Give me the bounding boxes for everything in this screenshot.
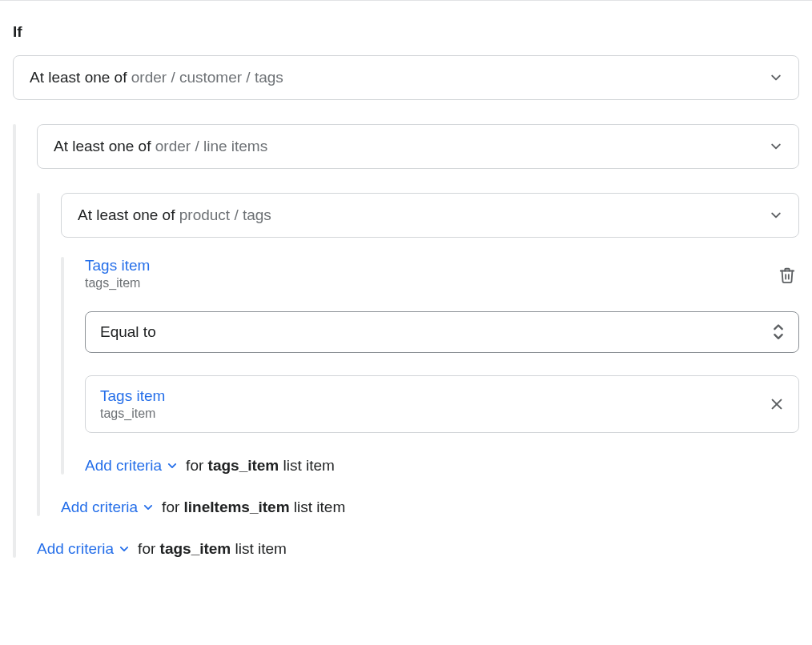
chevron-down-icon [143, 502, 154, 513]
delete-criteria-button[interactable] [778, 266, 796, 284]
add-criteria-button-level1[interactable]: Add criteria [37, 540, 130, 558]
criteria-value-card[interactable]: Tags item tags_item [85, 375, 799, 433]
chevron-down-icon [167, 460, 178, 471]
operator-select[interactable]: Equal to [85, 311, 799, 353]
add-criteria-line-level3: Add criteria for tags_item list item [85, 457, 799, 475]
criteria-block: Tags item tags_item [61, 257, 799, 475]
condition-row-level2[interactable]: At least one of order / line items [37, 124, 799, 169]
trash-icon [778, 266, 796, 284]
chevron-down-icon [770, 140, 782, 153]
add-criteria-button-level3[interactable]: Add criteria [85, 457, 178, 475]
indent-level1: At least one of order / line items At le… [13, 124, 799, 558]
add-criteria-button-level2[interactable]: Add criteria [61, 499, 154, 516]
indent-level2: At least one of product / tags Tags item… [37, 193, 799, 516]
criteria-field-code: tags_item [85, 276, 150, 290]
criteria-value-code: tags_item [100, 407, 165, 421]
add-criteria-for-level3: for tags_item list item [186, 457, 335, 475]
criteria-value-link[interactable]: Tags item [100, 387, 165, 405]
condition-row-level3-text: At least one of product / tags [78, 206, 271, 224]
add-criteria-for-level1: for tags_item list item [138, 540, 287, 558]
condition-row-level1-text: At least one of order / customer / tags [30, 69, 283, 86]
clear-value-button[interactable] [770, 397, 784, 411]
chevron-down-icon [770, 71, 782, 84]
condition-row-level2-text: At least one of order / line items [54, 138, 267, 155]
select-stepper-icon [773, 322, 784, 341]
chevron-down-icon [119, 543, 130, 555]
criteria-field-link[interactable]: Tags item [85, 257, 150, 274]
chevron-down-icon [770, 209, 782, 222]
operator-select-label: Equal to [100, 323, 156, 341]
add-criteria-line-level1: Add criteria for tags_item list item [37, 540, 799, 558]
close-icon [770, 397, 784, 411]
if-label: If [13, 23, 799, 41]
condition-row-level3[interactable]: At least one of product / tags [61, 193, 799, 238]
condition-row-level1[interactable]: At least one of order / customer / tags [13, 55, 799, 100]
add-criteria-for-level2: for lineItems_item list item [162, 499, 345, 516]
add-criteria-line-level2: Add criteria for lineItems_item list ite… [61, 499, 799, 516]
